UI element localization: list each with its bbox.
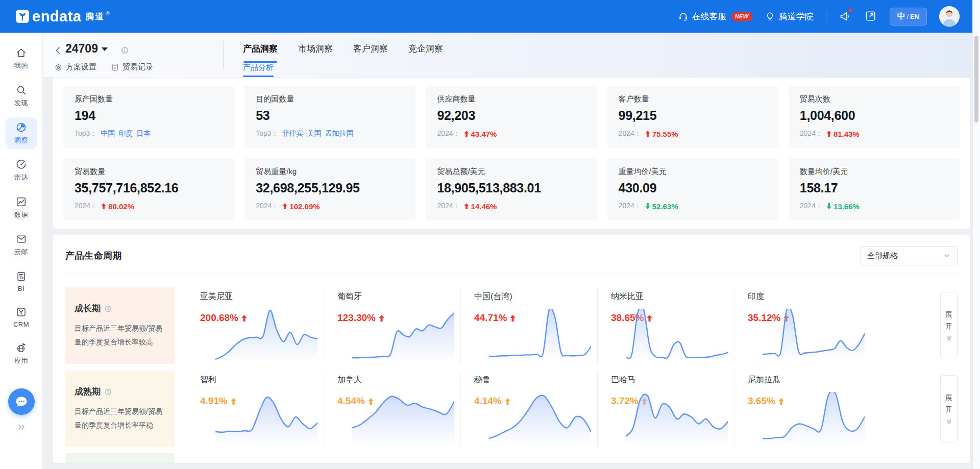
trend-sparkline — [763, 309, 865, 362]
trend-sparkline — [352, 309, 454, 362]
sidebar-item-home[interactable]: 我的 — [6, 43, 37, 75]
trend-sparkline — [763, 392, 865, 445]
double-chevron-down-icon — [945, 335, 953, 342]
svg-text:BI: BI — [20, 276, 24, 280]
sidebar-item-bi[interactable]: BIBI — [6, 266, 37, 297]
main-tab-4[interactable]: 竞企洞察 — [408, 43, 443, 57]
stage-label-card: 成熟期目标产品近三年贸易额/贸易量的季度复合增长率平稳 — [65, 371, 175, 447]
stat-label: 贸易总额/美元 — [437, 167, 585, 177]
top3-country-link[interactable]: 孟加拉国 — [325, 129, 354, 138]
lifecycle-stage-row: 成熟期目标产品近三年贸易额/贸易量的季度复合增长率平稳智利4.91%加拿大4.5… — [65, 371, 958, 447]
sidebar-item-crm[interactable]: CRM — [6, 302, 37, 332]
country-trend-cell: 亚美尼亚200.68% — [187, 287, 324, 364]
sidebar-item-radar[interactable]: 雷达 — [6, 155, 37, 186]
trend-sparkline — [626, 309, 728, 362]
sidebar-item-label: 发现 — [14, 98, 28, 108]
stat-card: 贸易次数1,004,6002024：81.43% — [789, 86, 960, 148]
sidebar-item-insight[interactable]: 洞察 — [6, 117, 37, 149]
stat-footer: 2024：75.55% — [619, 129, 767, 138]
country-name: 智利 — [200, 375, 324, 385]
year-label: 2024： — [437, 202, 460, 211]
sidebar-item-data[interactable]: 数据 — [6, 192, 37, 224]
trend-sparkline — [489, 309, 591, 362]
stat-label: 原产国数量 — [75, 94, 223, 104]
country-name: 尼加拉瓜 — [748, 375, 871, 385]
stat-footer: 2024：52.63% — [619, 202, 767, 211]
sidebar-collapse-button[interactable] — [16, 422, 27, 432]
academy-link[interactable]: 腾道学院 — [765, 11, 814, 22]
scrollbar-thumb[interactable] — [974, 36, 978, 122]
chat-fab-button[interactable] — [8, 388, 35, 415]
page-scrollbar[interactable] — [972, 0, 980, 469]
trade-records-button[interactable]: 贸易记录 — [111, 62, 153, 72]
plan-id-dropdown[interactable]: 24709 — [65, 42, 108, 56]
top3-country-link[interactable]: 美国 — [307, 129, 322, 138]
stat-value: 92,203 — [437, 108, 585, 123]
stats-grid: 原产国数量194Top3：中国印度日本目的国数量53Top3：菲律宾美国孟加拉国… — [63, 86, 960, 220]
logo-trademark: ® — [106, 11, 109, 16]
main-tab-3[interactable]: 客户洞察 — [353, 43, 388, 57]
main-tab-1[interactable]: 产品洞察 — [243, 43, 278, 57]
delta-down: 52.63% — [645, 202, 678, 211]
sidebar-item-mail[interactable]: 云邮 — [6, 229, 37, 261]
spec-filter-select[interactable]: 全部规格 — [861, 246, 958, 265]
mail-icon — [15, 233, 27, 245]
language-toggle[interactable]: 中 / EN — [890, 8, 927, 26]
sidebar-item-apps[interactable]: 应用 — [6, 338, 37, 369]
stage-name: 成熟期 — [75, 386, 101, 398]
country-trend-cell: 巴哈马3.72% — [597, 371, 734, 447]
stage-label-card — [65, 453, 175, 463]
sidebar-item-label: BI — [18, 285, 24, 292]
year-label: 2024： — [437, 129, 460, 138]
expand-button[interactable]: 展开 — [940, 375, 958, 442]
stat-footer: 2024：80.02% — [75, 202, 223, 211]
year-label: 2024： — [619, 202, 642, 211]
avatar[interactable] — [939, 6, 960, 27]
logo-text-cn: 腾道 — [85, 11, 105, 22]
top3-country-link[interactable]: 印度 — [118, 129, 133, 138]
academy-label: 腾道学院 — [779, 11, 814, 22]
bi-icon: BI — [15, 270, 27, 282]
top3-country-link[interactable]: 日本 — [136, 129, 151, 138]
online-support-link[interactable]: 在线客服 NEW — [678, 11, 752, 22]
stat-card: 贸易数量35,757,716,852.162024：80.02% — [63, 158, 234, 220]
top3-country-link[interactable]: 菲律宾 — [282, 129, 304, 138]
sidebar-item-discover[interactable]: 发现 — [6, 80, 37, 112]
announcements-button[interactable] — [839, 10, 852, 23]
lifecycle-stage-row: 成长期目标产品近三年贸易额/贸易量的季度复合增长率较高亚美尼亚200.68%葡萄… — [65, 287, 958, 364]
main-tab-2[interactable]: 市场洞察 — [298, 43, 333, 57]
plan-info-icon[interactable] — [120, 46, 129, 55]
home-icon — [15, 47, 27, 59]
stage-name: 成长期 — [75, 303, 101, 314]
stat-value: 18,905,513,883.01 — [437, 181, 585, 195]
stat-label: 贸易数量 — [75, 167, 223, 177]
top3-country-link[interactable]: 中国 — [101, 129, 115, 138]
delta-up: 81.43% — [826, 130, 860, 138]
top3-label: Top3： — [256, 129, 278, 138]
fullscreen-icon — [864, 10, 877, 22]
expand-button[interactable]: 展开 — [940, 292, 958, 359]
language-en: EN — [910, 13, 919, 20]
radar-icon — [15, 159, 27, 170]
tendata-logo[interactable]: endata 腾道 ® — [15, 8, 110, 25]
sidebar-item-label: 云邮 — [14, 248, 28, 257]
data-icon — [15, 196, 27, 208]
online-support-label: 在线客服 — [692, 11, 727, 22]
stat-label: 贸易次数 — [800, 94, 948, 104]
fullscreen-button[interactable] — [864, 10, 877, 23]
insight-icon — [15, 121, 27, 133]
plan-id: 24709 — [65, 42, 98, 55]
country-name: 中国(台湾) — [474, 291, 597, 302]
language-cn: 中 — [897, 11, 905, 22]
plan-settings-button[interactable]: 方案设置 — [54, 62, 96, 72]
stat-value: 99,215 — [619, 108, 767, 123]
stat-footer: 2024：102.09% — [256, 202, 404, 211]
subtab-product-analysis[interactable]: 产品分析 — [243, 63, 274, 77]
sidebar-item-label: 应用 — [14, 356, 28, 365]
info-icon[interactable] — [104, 388, 112, 396]
back-icon[interactable] — [53, 45, 63, 56]
plan-settings-icon — [54, 63, 63, 71]
info-icon[interactable] — [104, 305, 112, 313]
lightbulb-icon — [765, 11, 775, 22]
lifecycle-title: 产品生命周期 — [65, 250, 122, 262]
